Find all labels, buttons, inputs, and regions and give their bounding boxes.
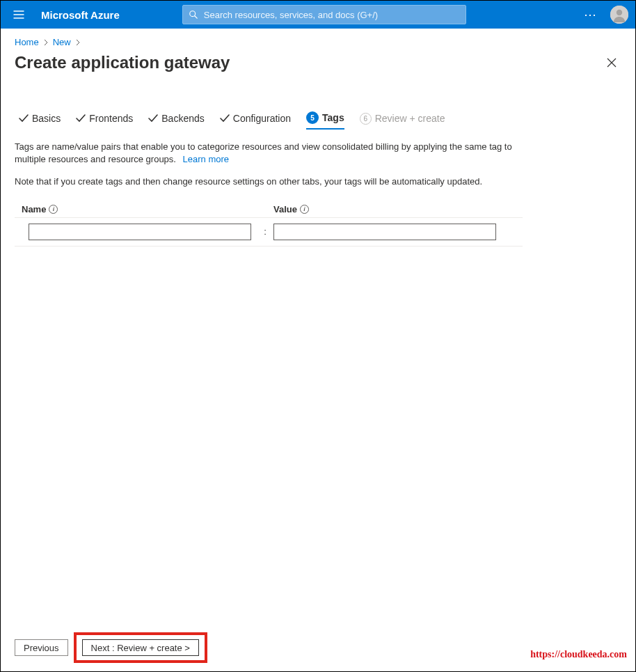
column-name-header: Name i xyxy=(22,204,257,214)
tab-label: Backends xyxy=(161,113,204,124)
tag-row: : xyxy=(15,218,523,247)
breadcrumb: Home New xyxy=(1,29,635,50)
column-value-header: Value i xyxy=(273,204,523,214)
next-button[interactable]: Next : Review + create > xyxy=(82,639,199,656)
checkmark-icon xyxy=(76,114,86,123)
breadcrumb-home[interactable]: Home xyxy=(15,37,39,47)
info-icon[interactable]: i xyxy=(300,205,309,214)
search-box[interactable] xyxy=(182,5,466,24)
step-number: 5 xyxy=(306,111,319,124)
header-actions: ⋯ xyxy=(580,6,628,24)
checkmark-icon xyxy=(220,114,230,123)
tab-review-create: 6 Review + create xyxy=(360,113,445,129)
page-title: Create application gateway xyxy=(15,53,230,72)
close-button[interactable] xyxy=(602,53,621,72)
checkmark-icon xyxy=(19,114,29,123)
description-paragraph: Tags are name/value pairs that enable yo… xyxy=(15,141,516,166)
svg-line-1 xyxy=(195,16,198,19)
chevron-right-icon xyxy=(75,37,81,47)
tab-backends[interactable]: Backends xyxy=(148,113,204,128)
tag-name-input[interactable] xyxy=(29,224,251,240)
wizard-footer: Previous Next : Review + create > xyxy=(15,632,207,663)
column-name-label: Name xyxy=(22,204,46,214)
learn-more-link[interactable]: Learn more xyxy=(183,154,229,164)
tag-separator: : xyxy=(257,226,273,237)
tab-label: Tags xyxy=(322,112,344,123)
tab-label: Configuration xyxy=(233,113,291,124)
tab-basics[interactable]: Basics xyxy=(19,113,61,128)
title-row: Create application gateway xyxy=(1,50,635,78)
tag-header-row: Name i Value i xyxy=(15,204,523,218)
tab-label: Frontends xyxy=(89,113,133,124)
body-content: Tags are name/value pairs that enable yo… xyxy=(1,130,530,247)
tag-table: Name i Value i : xyxy=(15,204,523,247)
chevron-right-icon xyxy=(43,37,49,47)
previous-button[interactable]: Previous xyxy=(15,639,68,656)
breadcrumb-new[interactable]: New xyxy=(53,37,71,47)
azure-header: Microsoft Azure ⋯ xyxy=(1,1,635,29)
avatar[interactable] xyxy=(610,6,628,24)
tab-label: Basics xyxy=(32,113,61,124)
info-icon[interactable]: i xyxy=(49,205,58,214)
tab-label: Review + create xyxy=(375,113,445,124)
tab-frontends[interactable]: Frontends xyxy=(76,113,133,128)
search-icon xyxy=(189,10,198,19)
description-text: Tags are name/value pairs that enable yo… xyxy=(15,141,512,164)
search-input[interactable] xyxy=(204,10,460,20)
tab-tags[interactable]: 5 Tags xyxy=(306,111,344,130)
column-value-label: Value xyxy=(273,204,297,214)
menu-icon[interactable] xyxy=(8,3,30,26)
wizard-tabs: Basics Frontends Backends Configuration … xyxy=(1,78,635,130)
svg-point-3 xyxy=(617,10,622,15)
checkmark-icon xyxy=(148,114,158,123)
step-number: 6 xyxy=(360,113,372,125)
watermark-text: https://cloudkeeda.com xyxy=(530,649,627,660)
search-container xyxy=(182,5,466,24)
tag-value-input[interactable] xyxy=(273,224,496,240)
close-icon xyxy=(607,58,617,68)
note-text: Note that if you create tags and then ch… xyxy=(15,175,516,188)
brand-label: Microsoft Azure xyxy=(41,9,120,21)
highlight-annotation: Next : Review + create > xyxy=(74,632,207,663)
more-icon[interactable]: ⋯ xyxy=(580,7,602,22)
tab-configuration[interactable]: Configuration xyxy=(220,113,291,128)
